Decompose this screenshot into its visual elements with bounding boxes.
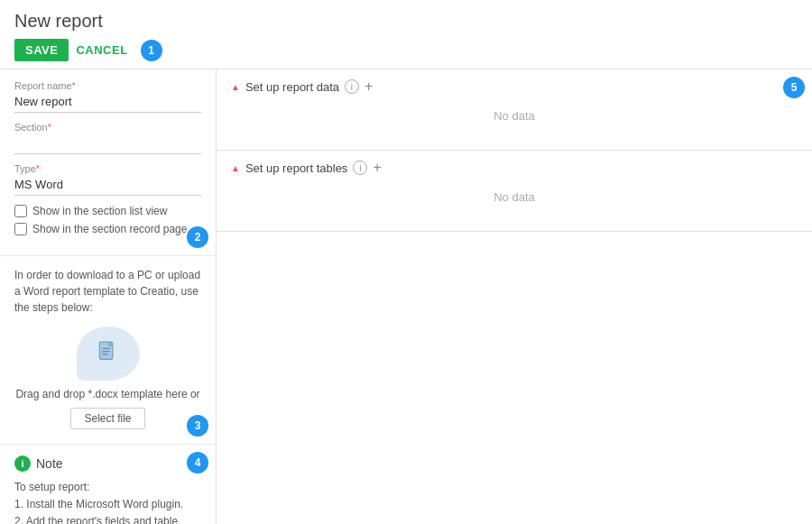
note-title: Note — [36, 456, 63, 471]
collapse-arrow-data[interactable]: ▲ — [231, 82, 240, 92]
add-icon-tables[interactable]: + — [373, 160, 381, 176]
step-badge-4: 4 — [187, 452, 208, 473]
upload-icon-area — [14, 326, 201, 381]
note-section: i Note To setup report: 1. Install the M… — [0, 445, 216, 524]
checkbox-group: Show in the section list view Show in th… — [14, 205, 201, 235]
type-value[interactable]: MS Word — [14, 176, 201, 196]
note-line-2: 1. Install the Microsoft Word plugin. — [14, 496, 201, 513]
report-name-group: Report name* New report — [14, 80, 201, 113]
drag-text: Drag and drop *.docx template here or — [14, 388, 201, 400]
checkbox-record-page-input[interactable] — [14, 223, 27, 235]
section-label: Section* — [14, 122, 201, 133]
step-badge-1: 1 — [141, 40, 162, 61]
report-name-value[interactable]: New report — [14, 93, 201, 113]
checkbox-list-view[interactable]: Show in the section list view — [14, 205, 201, 217]
note-header: i Note — [14, 455, 201, 472]
upload-bubble — [77, 326, 140, 381]
save-button[interactable]: SAVE — [14, 39, 69, 61]
note-line-3: 2. Add the report's fields and table com… — [14, 513, 201, 524]
type-label: Type* — [14, 163, 201, 174]
note-content: To setup report: 1. Install the Microsof… — [14, 479, 201, 524]
no-data-text-tables: No data — [231, 190, 798, 204]
report-tables-section: ▲ Set up report tables i + No data — [217, 151, 812, 232]
note-line-1: To setup report: — [14, 479, 201, 496]
page-container: New report SAVE CANCEL 1 Report name* Ne… — [0, 0, 812, 524]
right-panel: ▲ Set up report data i + No data 5 ▲ Set… — [217, 69, 812, 524]
checkbox-record-page-label: Show in the section record page — [32, 223, 187, 235]
step-badge-5: 5 — [783, 77, 805, 98]
report-tables-title: Set up report tables — [245, 161, 347, 175]
no-data-text-data: No data — [231, 109, 798, 123]
note-icon: i — [14, 455, 31, 472]
section-group: Section* — [14, 122, 201, 154]
header: New report SAVE CANCEL 1 — [0, 0, 812, 69]
add-icon-data[interactable]: + — [364, 78, 373, 95]
report-name-label: Report name* — [14, 80, 201, 91]
step-badge-2: 2 — [187, 226, 208, 248]
page-title: New report — [14, 11, 798, 32]
left-panel: Report name* New report Section* Type* M… — [0, 69, 217, 524]
info-icon-data[interactable]: i — [345, 79, 359, 94]
toolbar: SAVE CANCEL 1 — [14, 39, 798, 61]
svg-rect-1 — [108, 342, 113, 346]
collapse-arrow-tables[interactable]: ▲ — [231, 163, 240, 173]
report-data-title: Set up report data — [245, 80, 339, 94]
main-layout: Report name* New report Section* Type* M… — [0, 69, 812, 524]
document-icon — [94, 339, 123, 368]
section-value[interactable] — [14, 134, 201, 154]
info-icon-tables[interactable]: i — [353, 161, 367, 175]
form-section: Report name* New report Section* Type* M… — [0, 69, 216, 256]
select-file-button[interactable]: Select file — [70, 408, 144, 429]
cancel-button[interactable]: CANCEL — [76, 43, 127, 57]
step-badge-3: 3 — [187, 415, 208, 437]
checkbox-list-view-label: Show in the section list view — [32, 205, 167, 217]
checkbox-record-page[interactable]: Show in the section record page — [14, 223, 201, 235]
checkbox-list-view-input[interactable] — [14, 205, 27, 217]
report-data-header: ▲ Set up report data i + — [231, 78, 798, 95]
report-data-section: ▲ Set up report data i + No data 5 — [217, 69, 812, 151]
upload-instruction: In order to download to a PC or upload a… — [14, 267, 201, 316]
type-group: Type* MS Word — [14, 163, 201, 196]
report-tables-header: ▲ Set up report tables i + — [231, 160, 798, 176]
upload-section: In order to download to a PC or upload a… — [0, 256, 216, 445]
